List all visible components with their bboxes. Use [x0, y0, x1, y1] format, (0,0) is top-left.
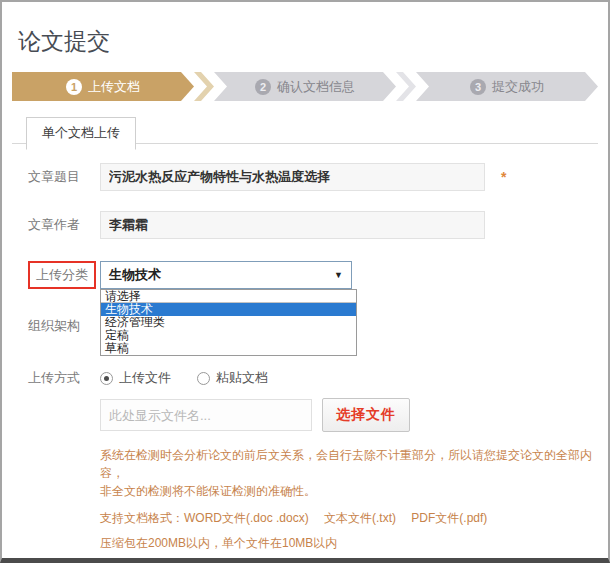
upload-category-label-wrap: 上传分类 [28, 261, 100, 289]
page-content: 论文提交 1 上传文档 2 确认文档信息 3 提交成功 单个文档上传 文章题目 … [2, 26, 608, 563]
category-dropdown-list: 请选择 生物技术 经济管理类 定稿 草稿 [100, 289, 357, 356]
article-title-row: 文章题目 * [28, 163, 598, 191]
upload-category-select-wrap: 生物技术 ▼ 请选择 生物技术 经济管理类 定稿 草稿 [100, 261, 352, 289]
upload-method-label: 上传方式 [28, 369, 100, 387]
paper-submission-window: 论文提交 1 上传文档 2 确认文档信息 3 提交成功 单个文档上传 文章题目 … [0, 0, 610, 563]
step-label: 上传文档 [88, 78, 140, 96]
upload-category-label-highlighted: 上传分类 [28, 261, 96, 289]
tab-bar: 单个文档上传 [12, 116, 598, 144]
article-author-input[interactable] [100, 211, 485, 239]
radio-option-upload-file[interactable]: 上传文件 [100, 369, 171, 387]
selected-category-value: 生物技术 [109, 266, 161, 284]
radio-label: 粘贴文档 [216, 369, 268, 387]
step-submit-success: 3 提交成功 [416, 72, 598, 101]
radio-unselected-icon[interactable] [197, 372, 210, 385]
choose-file-button[interactable]: 选择文件 [322, 398, 410, 432]
upload-method-options: 上传文件 粘贴文档 [100, 369, 268, 387]
step-progress-bar: 1 上传文档 2 确认文档信息 3 提交成功 [12, 72, 598, 101]
step-upload-document: 1 上传文档 [12, 72, 194, 101]
chevron-separator-icon [396, 72, 416, 101]
required-asterisk: * [501, 169, 506, 185]
radio-option-paste-document[interactable]: 粘贴文档 [197, 369, 268, 387]
article-author-label: 文章作者 [28, 216, 100, 234]
page-title: 论文提交 [18, 26, 598, 57]
article-title-label: 文章题目 [28, 168, 100, 186]
notice-accuracy: 非全文的检测将不能保证检测的准确性。 [100, 482, 598, 500]
radio-label: 上传文件 [119, 369, 171, 387]
chevron-down-icon: ▼ [334, 270, 343, 280]
organization-structure-label: 组织架构 [28, 317, 100, 335]
dropdown-option-draft[interactable]: 草稿 [101, 342, 356, 355]
chevron-separator-icon [194, 72, 214, 101]
notice-size-limits: 压缩包在200MB以内，单个文件在10MB以内 [100, 534, 598, 552]
notice-word-limit: 如超50000字，请拆分成多篇检测 [100, 559, 598, 563]
upload-category-row: 上传分类 生物技术 ▼ 请选择 生物技术 经济管理类 定稿 草稿 [28, 261, 598, 289]
step-label: 提交成功 [492, 78, 544, 96]
file-name-display-input[interactable] [100, 399, 312, 431]
notice-supported-formats: 支持文档格式：WORD文件(.doc .docx) 文本文件(.txt) PDF… [100, 509, 598, 527]
upload-category-select[interactable]: 生物技术 ▼ [100, 261, 352, 289]
article-title-input[interactable] [100, 163, 485, 191]
article-author-row: 文章作者 [28, 211, 598, 239]
step-confirm-info: 2 确认文档信息 [214, 72, 396, 101]
file-select-row: 选择文件 [28, 398, 598, 432]
upload-method-row: 上传方式 上传文件 粘贴文档 [28, 368, 598, 388]
notice-block: 系统在检测时会分析论文的前后文关系，会自行去除不计重部分，所以请您提交论文的全部… [100, 446, 598, 563]
step-number-badge: 2 [255, 79, 271, 95]
radio-selected-icon[interactable] [100, 372, 113, 385]
step-label: 确认文档信息 [277, 78, 355, 96]
tab-single-document-upload[interactable]: 单个文档上传 [26, 117, 136, 150]
notice-context-analysis: 系统在检测时会分析论文的前后文关系，会自行去除不计重部分，所以请您提交论文的全部… [100, 446, 598, 482]
dropdown-option-economics-management[interactable]: 经济管理类 [101, 316, 356, 329]
step-number-badge: 3 [470, 79, 486, 95]
dropdown-option-final-draft[interactable]: 定稿 [101, 329, 356, 342]
step-number-badge: 1 [66, 79, 82, 95]
